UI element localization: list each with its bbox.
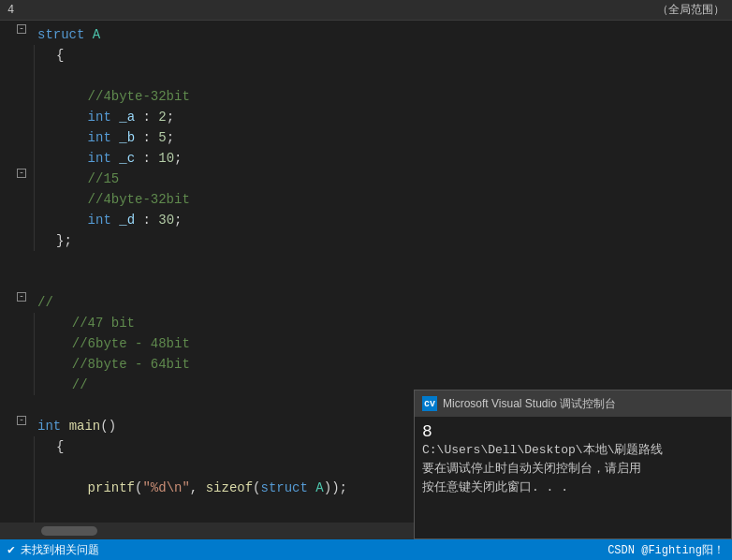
- collapse-btn[interactable]: -: [17, 416, 26, 425]
- code-content: //6byte - 48bit: [52, 333, 732, 354]
- gutter: -: [0, 292, 34, 302]
- code-line: int _c : 10;: [0, 148, 732, 169]
- code-line: //47 bit: [0, 313, 732, 333]
- scrollbar-thumb[interactable]: [41, 526, 97, 536]
- code-line: - //: [0, 292, 732, 313]
- code-line: [0, 66, 732, 86]
- code-line: [0, 272, 732, 292]
- console-output-number: 8: [422, 422, 724, 441]
- code-content: //47 bit: [52, 313, 732, 333]
- code-line: int _b : 5;: [0, 127, 732, 148]
- code-line: {: [0, 45, 732, 66]
- code-content: };: [52, 230, 732, 251]
- code-content: //4byte-32bit: [52, 189, 732, 210]
- code-content: int _a : 2;: [52, 107, 732, 127]
- code-content: [34, 272, 732, 292]
- code-content: {: [52, 45, 732, 66]
- collapse-btn[interactable]: -: [17, 169, 26, 178]
- gutter: -: [0, 169, 34, 178]
- code-line: [0, 251, 732, 272]
- code-line: //4byte-32bit: [0, 86, 732, 107]
- console-path-line: C:\Users\Dell\Desktop\本地\刷题路线: [422, 441, 724, 460]
- code-line: };: [0, 230, 732, 251]
- code-content: [52, 66, 732, 86]
- code-line: - //15: [0, 169, 732, 189]
- code-content: int _b : 5;: [52, 127, 732, 148]
- status-bar: ✔ 未找到相关问题 CSDN @Fighting阳！: [0, 539, 732, 560]
- top-bar: 4 （全局范围）: [0, 0, 732, 21]
- collapse-btn[interactable]: -: [17, 24, 26, 34]
- console-body: 8 C:\Users\Dell\Desktop\本地\刷题路线 要在调试停止时自…: [415, 417, 731, 538]
- code-line: //8byte - 64bit: [0, 354, 732, 375]
- console-title: Microsoft Visual Studio 调试控制台: [443, 396, 616, 412]
- console-titlebar: cv Microsoft Visual Studio 调试控制台: [415, 391, 731, 417]
- status-text: 未找到相关问题: [21, 542, 99, 558]
- gutter: -: [0, 24, 34, 34]
- line-number-indicator: 4: [7, 4, 14, 17]
- console-popup: cv Microsoft Visual Studio 调试控制台 8 C:\Us…: [414, 390, 732, 539]
- code-line: //4byte-32bit: [0, 189, 732, 210]
- console-icon: cv: [422, 396, 437, 411]
- scope-indicator: （全局范围）: [657, 2, 725, 18]
- code-content: struct A: [34, 24, 732, 45]
- code-content: //4byte-32bit: [52, 86, 732, 107]
- code-line: int _d : 30;: [0, 210, 732, 230]
- status-icon: ✔: [7, 542, 15, 557]
- code-content: int _c : 10;: [52, 148, 732, 169]
- code-line: //6byte - 48bit: [0, 333, 732, 354]
- code-content: //: [34, 292, 732, 313]
- code-line: - struct A: [0, 24, 732, 45]
- collapse-btn[interactable]: -: [17, 292, 26, 302]
- gutter: -: [0, 416, 34, 425]
- console-msg2: 按任意键关闭此窗口. . .: [422, 479, 724, 497]
- code-line: int _a : 2;: [0, 107, 732, 127]
- code-content: //15: [52, 169, 732, 189]
- code-content: //8byte - 64bit: [52, 354, 732, 375]
- code-content: [34, 251, 732, 272]
- code-content: int _d : 30;: [52, 210, 732, 230]
- status-right: CSDN @Fighting阳！: [608, 542, 725, 558]
- console-msg1: 要在调试停止时自动关闭控制台，请启用: [422, 460, 724, 479]
